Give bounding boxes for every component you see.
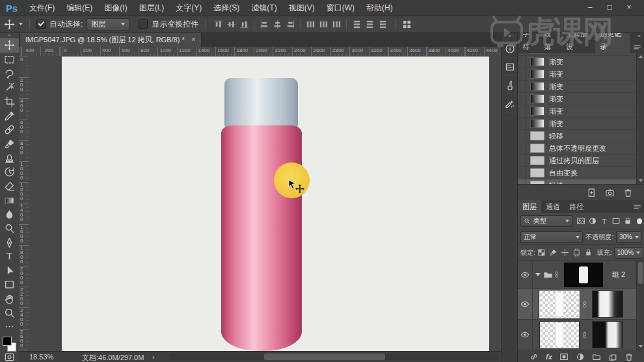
align-right-edges-icon[interactable]	[284, 19, 296, 30]
align-top-edges-icon[interactable]	[212, 19, 224, 30]
distribute-top-edges-icon[interactable]	[304, 19, 316, 30]
history-brush-source-well[interactable]	[518, 179, 526, 184]
group-mask-thumbnail[interactable]	[564, 263, 603, 287]
mask-link-icon[interactable]	[581, 301, 588, 308]
quick-mask-button[interactable]	[0, 352, 19, 362]
path-select-tool[interactable]	[0, 264, 19, 278]
brush-settings-panel-button[interactable]	[502, 94, 518, 112]
magic-wand-tool[interactable]	[0, 81, 19, 95]
distribute-bottom-edges-icon[interactable]	[330, 19, 342, 30]
tab-图层[interactable]: 图层	[518, 200, 541, 213]
menu-item-10[interactable]: 帮助(H)	[360, 0, 399, 16]
tab-通道[interactable]: 通道	[541, 200, 565, 213]
zoom-tool[interactable]	[0, 305, 19, 320]
visibility-toggle[interactable]	[518, 261, 533, 289]
history-brush-source-well[interactable]	[518, 56, 526, 68]
align-bottom-edges-icon[interactable]	[238, 19, 250, 30]
history-row[interactable]: 轻移	[518, 130, 637, 142]
history-brush-source-well[interactable]	[518, 142, 526, 154]
distribute-horizontal-centers-icon[interactable]	[364, 19, 375, 30]
brush-tool[interactable]	[0, 137, 19, 151]
eraser-tool[interactable]	[0, 179, 19, 194]
dodge-tool[interactable]	[0, 222, 19, 236]
layers-scrollbar-thumb[interactable]	[638, 262, 643, 284]
minimize-button[interactable]: –	[580, 0, 600, 14]
lasso-tool[interactable]	[0, 66, 19, 81]
opacity-value-box[interactable]: 30%	[616, 231, 642, 243]
color-swatches[interactable]	[0, 335, 19, 352]
layer-filter-dropdown[interactable]: 类型	[520, 215, 572, 227]
align-vertical-centers-icon[interactable]	[225, 19, 237, 30]
close-tab-icon[interactable]: ×	[191, 36, 196, 44]
menu-item-1[interactable]: 文件(F)	[23, 0, 60, 16]
history-row[interactable]: 渐变	[518, 81, 637, 93]
fill-value-box[interactable]: 100%	[614, 247, 644, 259]
grid-workspace-icon[interactable]	[402, 19, 412, 29]
distribute-left-edges-icon[interactable]	[351, 19, 362, 30]
toolbar-collapse-button[interactable]: »	[8, 32, 10, 38]
layer-group-row[interactable]: 组 2	[518, 261, 637, 289]
show-transform-checkbox[interactable]	[139, 19, 148, 29]
history-brush-source-well[interactable]	[518, 105, 526, 117]
menu-item-8[interactable]: 视图(V)	[283, 0, 321, 16]
history-row[interactable]: 渐变	[518, 68, 637, 81]
align-horizontal-centers-icon[interactable]	[271, 19, 283, 30]
visibility-toggle[interactable]	[518, 289, 533, 319]
history-row[interactable]: 总体不透明度更改	[518, 142, 637, 155]
history-brush-source-well[interactable]	[518, 68, 526, 80]
delete-layer-icon[interactable]	[624, 352, 634, 361]
pen-tool[interactable]	[0, 235, 19, 250]
new-layer-icon[interactable]	[608, 352, 617, 361]
auto-select-checkbox[interactable]	[36, 19, 46, 29]
history-brush-source-well[interactable]	[518, 130, 526, 142]
history-brush-source-well[interactable]	[518, 81, 526, 92]
type-layer-filter-icon[interactable]: T	[600, 216, 609, 226]
move-tool[interactable]	[0, 38, 19, 53]
layer-row[interactable]	[518, 289, 637, 320]
mask-link-icon[interactable]	[553, 271, 560, 278]
layer-thumbnail[interactable]	[539, 321, 580, 349]
history-brush-source-well[interactable]	[518, 53, 526, 55]
smart-object-filter-icon[interactable]	[623, 216, 632, 226]
auto-select-target-dropdown[interactable]: 图层	[87, 18, 129, 31]
eyedropper-tool[interactable]	[0, 109, 19, 123]
layer-row[interactable]	[518, 320, 637, 350]
history-row[interactable]: 通过拷贝的图层	[518, 155, 637, 167]
history-row[interactable]: 自由变换	[518, 167, 637, 179]
type-tool[interactable]: T	[0, 250, 19, 264]
new-group-icon[interactable]	[592, 352, 601, 361]
lock-transparency-icon[interactable]	[537, 248, 546, 257]
blend-mode-dropdown[interactable]: 正常	[520, 231, 583, 243]
history-row[interactable]: 渐变	[518, 56, 637, 68]
new-document-from-state-icon[interactable]	[587, 188, 597, 198]
menu-item-3[interactable]: 图像(I)	[98, 0, 133, 16]
lock-all-icon[interactable]	[584, 248, 593, 257]
align-left-edges-icon[interactable]	[258, 19, 270, 30]
layer-thumbnail[interactable]	[539, 291, 580, 318]
layer-mask-thumbnail[interactable]	[592, 321, 623, 348]
history-brush-source-well[interactable]	[518, 155, 526, 166]
layer-style-icon[interactable]: fx	[546, 354, 552, 361]
new-adjustment-layer-icon[interactable]	[576, 352, 585, 361]
properties-panel-button[interactable]	[502, 58, 518, 76]
filter-toggle-icon[interactable]	[637, 218, 642, 224]
distribute-right-edges-icon[interactable]	[377, 19, 388, 30]
dock-strip-expand-button[interactable]: «	[508, 32, 511, 40]
link-layers-icon[interactable]	[530, 352, 539, 361]
clone-stamp-tool[interactable]	[0, 151, 19, 165]
scroll-down-icon[interactable]	[639, 345, 643, 348]
document-canvas[interactable]	[62, 57, 489, 351]
history-brush-source-well[interactable]	[518, 118, 526, 129]
blur-tool[interactable]	[0, 207, 19, 222]
panel-menu-icon[interactable]	[630, 200, 644, 213]
new-snapshot-icon[interactable]	[605, 188, 615, 198]
horizontal-scrollbar-thumb[interactable]	[264, 354, 385, 360]
horizontal-scrollbar[interactable]	[168, 354, 498, 360]
marquee-tool[interactable]	[0, 53, 19, 67]
tab-路径[interactable]: 路径	[565, 200, 588, 213]
history-brush-source-well[interactable]	[518, 93, 526, 105]
history-row[interactable]: 渐变	[518, 118, 637, 130]
close-button[interactable]: ×	[619, 0, 639, 14]
distribute-vertical-centers-icon[interactable]	[317, 19, 329, 30]
status-expander[interactable]: ›	[152, 353, 155, 361]
